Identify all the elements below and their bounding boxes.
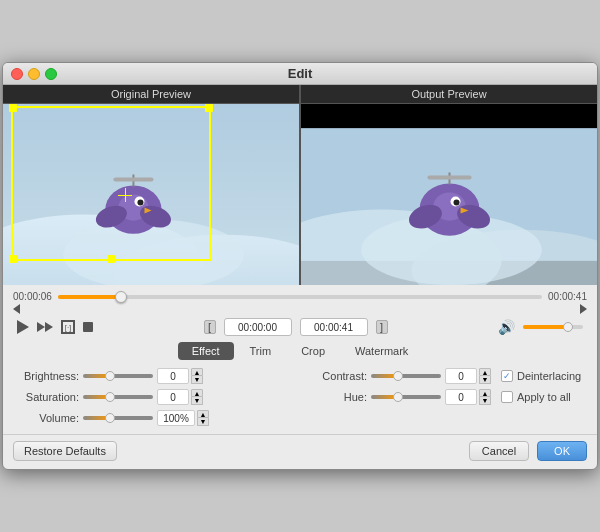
hue-applytoall-row: Hue: ▲ ▼ ✓ Apply to all bbox=[305, 389, 583, 405]
volume-label: Volume: bbox=[17, 412, 79, 424]
contrast-deinterlacing-row: Contrast: ▲ ▼ ✓ Deinterlacing bbox=[305, 368, 583, 384]
timeline-progress bbox=[58, 295, 121, 299]
volume-fill bbox=[523, 325, 568, 329]
fast-forward-button[interactable] bbox=[37, 322, 53, 332]
original-preview-pane: Original Preview bbox=[3, 85, 299, 285]
output-preview-label: Output Preview bbox=[301, 85, 597, 104]
brightness-up[interactable]: ▲ bbox=[191, 368, 203, 376]
output-preview-pane: Output Preview bbox=[301, 85, 597, 285]
saturation-slider[interactable] bbox=[83, 395, 153, 399]
frame-icon: [·] bbox=[65, 323, 72, 332]
svg-rect-14 bbox=[301, 104, 597, 128]
saturation-up[interactable]: ▲ bbox=[191, 389, 203, 397]
contrast-thumb[interactable] bbox=[393, 371, 403, 381]
volume-adj-slider[interactable] bbox=[83, 416, 153, 420]
maximize-button[interactable] bbox=[45, 68, 57, 80]
output-preview-content bbox=[301, 104, 597, 285]
controls-area: 00:00:06 00:00:41 [·] [ bbox=[3, 285, 597, 430]
original-preview-label: Original Preview bbox=[3, 85, 299, 104]
hue-stepper[interactable]: ▲ ▼ bbox=[479, 389, 491, 405]
crop-selection-box[interactable] bbox=[11, 106, 211, 261]
tab-trim[interactable]: Trim bbox=[236, 342, 286, 360]
stop-button[interactable] bbox=[83, 322, 93, 332]
playback-row: [·] [ ] 🔊 bbox=[13, 318, 587, 336]
saturation-input[interactable] bbox=[157, 389, 189, 405]
time-out-input[interactable] bbox=[300, 318, 368, 336]
crop-handle-topright[interactable] bbox=[205, 104, 213, 112]
volume-down[interactable]: ▼ bbox=[197, 418, 209, 426]
brightness-down[interactable]: ▼ bbox=[191, 376, 203, 384]
hue-slider[interactable] bbox=[371, 395, 441, 399]
brightness-slider[interactable] bbox=[83, 374, 153, 378]
original-preview-content bbox=[3, 104, 299, 285]
hue-thumb[interactable] bbox=[393, 392, 403, 402]
tab-crop[interactable]: Crop bbox=[287, 342, 339, 360]
volume-stepper[interactable]: ▲ ▼ bbox=[197, 410, 209, 426]
cancel-button[interactable]: Cancel bbox=[469, 441, 529, 461]
play-button[interactable] bbox=[17, 320, 29, 334]
volume-adj-input[interactable] bbox=[157, 410, 195, 426]
saturation-label: Saturation: bbox=[17, 391, 79, 403]
volume-up[interactable]: ▲ bbox=[197, 410, 209, 418]
ff-triangle-2 bbox=[45, 322, 53, 332]
crop-crosshair bbox=[118, 188, 132, 202]
saturation-stepper[interactable]: ▲ ▼ bbox=[191, 389, 203, 405]
timeline-arrow-left[interactable] bbox=[13, 304, 20, 314]
frame-step-button[interactable]: [·] bbox=[61, 320, 75, 334]
snow-scene-output bbox=[301, 104, 597, 285]
contrast-input[interactable] bbox=[445, 368, 477, 384]
out-point-button[interactable]: ] bbox=[376, 320, 388, 334]
crop-handle-topleft[interactable] bbox=[9, 104, 17, 112]
contrast-stepper[interactable]: ▲ ▼ bbox=[479, 368, 491, 384]
restore-defaults-button[interactable]: Restore Defaults bbox=[13, 441, 117, 461]
contrast-down[interactable]: ▼ bbox=[479, 376, 491, 384]
hue-label: Hue: bbox=[305, 391, 367, 403]
titlebar: Edit bbox=[3, 63, 597, 85]
deinterlacing-label: Deinterlacing bbox=[517, 370, 581, 382]
ok-button[interactable]: OK bbox=[537, 441, 587, 461]
contrast-slider[interactable] bbox=[371, 374, 441, 378]
apply-to-all-checkbox[interactable]: ✓ bbox=[501, 391, 513, 403]
in-point-button[interactable]: [ bbox=[204, 320, 216, 334]
ok-cancel-group: Cancel OK bbox=[469, 441, 587, 461]
volume-adj-thumb[interactable] bbox=[105, 413, 115, 423]
brightness-stepper[interactable]: ▲ ▼ bbox=[191, 368, 203, 384]
brightness-label: Brightness: bbox=[17, 370, 79, 382]
brightness-row: Brightness: ▲ ▼ bbox=[17, 368, 295, 384]
tabs-row: Effect Trim Crop Watermark bbox=[13, 342, 587, 360]
tab-watermark[interactable]: Watermark bbox=[341, 342, 422, 360]
crop-handle-bottomleft[interactable] bbox=[9, 255, 17, 263]
hue-down[interactable]: ▼ bbox=[479, 397, 491, 405]
time-in-input[interactable] bbox=[224, 318, 292, 336]
volume-icon: 🔊 bbox=[498, 319, 515, 335]
window-title: Edit bbox=[288, 66, 313, 81]
hue-input[interactable] bbox=[445, 389, 477, 405]
close-button[interactable] bbox=[11, 68, 23, 80]
hue-up[interactable]: ▲ bbox=[479, 389, 491, 397]
saturation-thumb[interactable] bbox=[105, 392, 115, 402]
left-adjustments: Brightness: ▲ ▼ Saturation: bbox=[17, 368, 295, 405]
right-adjustments: Contrast: ▲ ▼ ✓ Deinterlacing bbox=[305, 368, 583, 405]
crop-handle-bottomcenter[interactable] bbox=[107, 255, 115, 263]
saturation-row: Saturation: ▲ ▼ bbox=[17, 389, 295, 405]
tab-effect[interactable]: Effect bbox=[178, 342, 234, 360]
deinterlacing-row: ✓ Deinterlacing bbox=[501, 370, 581, 382]
minimize-button[interactable] bbox=[28, 68, 40, 80]
timeline-thumb[interactable] bbox=[115, 291, 127, 303]
volume-thumb[interactable] bbox=[563, 322, 573, 332]
timeline-track[interactable] bbox=[58, 295, 542, 299]
bottom-bar: Restore Defaults Cancel OK bbox=[3, 434, 597, 469]
contrast-up[interactable]: ▲ bbox=[479, 368, 491, 376]
edit-window: Edit Original Preview bbox=[2, 62, 598, 470]
ff-triangle-1 bbox=[37, 322, 45, 332]
timeline-start-time: 00:00:06 bbox=[13, 291, 52, 302]
traffic-lights bbox=[11, 68, 57, 80]
timeline-arrow-right[interactable] bbox=[580, 304, 587, 314]
deinterlacing-checkbox[interactable]: ✓ bbox=[501, 370, 513, 382]
volume-slider[interactable] bbox=[523, 325, 583, 329]
brightness-input[interactable] bbox=[157, 368, 189, 384]
volume-adj-row: Volume: ▲ ▼ bbox=[13, 405, 587, 426]
contrast-label: Contrast: bbox=[305, 370, 367, 382]
brightness-thumb[interactable] bbox=[105, 371, 115, 381]
saturation-down[interactable]: ▼ bbox=[191, 397, 203, 405]
